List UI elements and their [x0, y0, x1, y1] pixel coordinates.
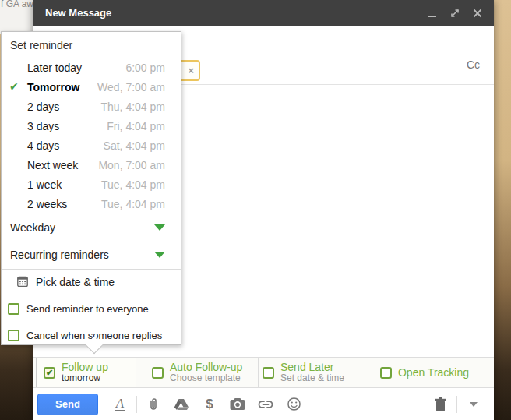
- follow-up-label: Follow up: [62, 362, 108, 373]
- send-button[interactable]: Send: [37, 394, 98, 415]
- formatting-options-icon[interactable]: A: [111, 395, 129, 414]
- send-later-cell[interactable]: Send Later Set date & time: [259, 358, 358, 387]
- reminder-option-next-week[interactable]: Next week Mon, 7:00 am: [2, 155, 181, 175]
- calendar-icon: [17, 276, 28, 289]
- chip-remove-icon[interactable]: ×: [188, 65, 194, 76]
- attach-files-icon[interactable]: [144, 395, 163, 414]
- compose-titlebar[interactable]: New Message: [33, 0, 494, 26]
- minimize-icon[interactable]: [426, 7, 439, 19]
- boomerang-bar: ✔ Follow up tomorrow Auto Follow-up Choo…: [33, 357, 494, 388]
- emoji-icon[interactable]: [284, 395, 303, 414]
- cc-link[interactable]: Cc: [467, 58, 480, 71]
- send-later-checkbox[interactable]: [263, 367, 274, 379]
- toolbar-divider: [136, 396, 137, 413]
- open-tracking-checkbox[interactable]: [380, 367, 392, 379]
- window-title: New Message: [33, 7, 111, 19]
- background-page-text: f GA aw: [1, 0, 33, 9]
- open-tracking-cell[interactable]: Open Tracking: [358, 358, 491, 387]
- auto-follow-up-cell[interactable]: Auto Follow-up Choose template: [136, 358, 259, 387]
- reminder-option-later-today[interactable]: Later today 6:00 pm: [2, 58, 181, 77]
- selected-check-icon: ✔: [9, 80, 19, 93]
- auto-follow-up-sublabel: Choose template: [170, 373, 242, 383]
- chevron-down-icon: [154, 224, 165, 231]
- follow-up-sublabel: tomorrow: [62, 373, 108, 383]
- expand-icon[interactable]: [449, 7, 461, 19]
- insert-photo-icon[interactable]: [228, 395, 247, 414]
- compose-toolbar: Send A $: [33, 388, 494, 420]
- set-reminder-menu: Set reminder Later today 6:00 pm ✔ Tomor…: [1, 31, 181, 345]
- insert-link-icon[interactable]: [256, 395, 275, 414]
- discard-draft-icon[interactable]: [431, 395, 449, 414]
- auto-follow-up-label: Auto Follow-up: [170, 362, 242, 373]
- close-icon[interactable]: [471, 7, 484, 19]
- cancel-when-someone-replies-checkbox[interactable]: [8, 330, 19, 341]
- open-tracking-label: Open Tracking: [398, 367, 469, 379]
- payments-icon[interactable]: $: [200, 395, 219, 414]
- chevron-down-icon: [154, 252, 165, 258]
- reminder-option-3-days[interactable]: 3 days Fri, 4:04 pm: [2, 116, 181, 136]
- reminder-option-tomorrow[interactable]: ✔ Tomorrow Wed, 7:00 am: [2, 77, 181, 97]
- reminder-option-1-week[interactable]: 1 week Tue, 4:04 pm: [2, 175, 181, 194]
- submenu-weekday[interactable]: Weekday: [2, 214, 181, 241]
- send-reminder-to-everyone-option[interactable]: Send reminder to everyone: [2, 295, 181, 323]
- drive-icon[interactable]: [172, 395, 191, 414]
- reminder-option-2-days[interactable]: 2 days Thu, 4:04 pm: [2, 97, 181, 116]
- pick-date-time-item[interactable]: Pick date & time: [2, 270, 181, 295]
- auto-follow-up-checkbox[interactable]: [152, 367, 164, 379]
- window-controls: [426, 7, 494, 19]
- send-reminder-to-everyone-checkbox[interactable]: [8, 303, 19, 315]
- reminder-option-2-weeks[interactable]: 2 weeks Tue, 4:04 pm: [2, 194, 181, 214]
- follow-up-cell[interactable]: ✔ Follow up tomorrow: [36, 358, 136, 387]
- send-later-sublabel: Set date & time: [280, 373, 344, 383]
- toolbar-divider: [456, 396, 457, 413]
- background-page-fragment: f GA aw: [0, 0, 33, 34]
- submenu-recurring-reminders[interactable]: Recurring reminders: [2, 241, 181, 269]
- send-later-label: Send Later: [280, 362, 344, 373]
- reminder-option-4-days[interactable]: 4 days Sat, 4:04 pm: [2, 136, 181, 155]
- more-options-icon[interactable]: [464, 395, 483, 414]
- menu-header: Set reminder: [2, 32, 181, 58]
- follow-up-checkbox[interactable]: ✔: [44, 367, 55, 379]
